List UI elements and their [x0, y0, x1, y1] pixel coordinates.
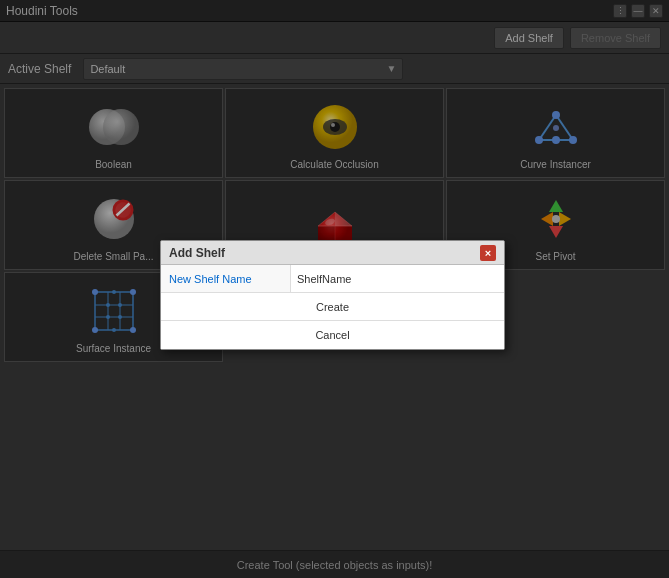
- svg-point-12: [552, 136, 560, 144]
- title-bar-left: Houdini Tools: [6, 4, 78, 18]
- title-bar-controls: ⋮ — ✕: [613, 4, 663, 18]
- svg-marker-28: [549, 200, 563, 212]
- boolean-icon: [84, 97, 144, 157]
- add-shelf-modal: Add Shelf × New Shelf Name Create Cancel: [160, 240, 505, 350]
- modal-title-bar: Add Shelf ×: [161, 241, 504, 265]
- active-shelf-label: Active Shelf: [8, 62, 71, 76]
- svg-point-39: [130, 289, 136, 295]
- new-shelf-name-label: New Shelf Name: [161, 265, 291, 292]
- svg-point-9: [535, 136, 543, 144]
- delete-small-parts-label: Delete Small Pa...: [73, 251, 153, 263]
- close-button[interactable]: ✕: [649, 4, 663, 18]
- svg-point-11: [569, 136, 577, 144]
- svg-point-1: [103, 109, 139, 145]
- svg-point-32: [552, 215, 560, 223]
- status-bar: Create Tool (selected objects as inputs)…: [0, 550, 669, 578]
- remove-shelf-button[interactable]: Remove Shelf: [570, 27, 661, 49]
- delete-small-icon: [84, 189, 144, 249]
- shelf-dropdown-value: Default: [90, 63, 125, 75]
- modal-body: New Shelf Name Create Cancel: [161, 265, 504, 349]
- dots-button[interactable]: ⋮: [613, 4, 627, 18]
- curve-instancer-icon: [526, 97, 586, 157]
- svg-point-42: [106, 303, 110, 307]
- modal-button-row: Create Cancel: [161, 293, 504, 349]
- svg-point-47: [112, 328, 116, 332]
- shelf-dropdown[interactable]: Default ▼: [83, 58, 403, 80]
- minimize-button[interactable]: —: [631, 4, 645, 18]
- svg-point-4: [330, 122, 340, 132]
- boolean-label: Boolean: [95, 159, 132, 171]
- svg-point-10: [552, 111, 560, 119]
- occlusion-icon: [305, 97, 365, 157]
- modal-title: Add Shelf: [169, 246, 225, 260]
- create-button[interactable]: Create: [161, 293, 504, 321]
- svg-marker-31: [541, 212, 553, 226]
- svg-point-41: [130, 327, 136, 333]
- chevron-down-icon: ▼: [386, 63, 396, 74]
- new-shelf-name-input[interactable]: [291, 265, 504, 292]
- modal-close-button[interactable]: ×: [480, 245, 496, 261]
- status-text: Create Tool (selected objects as inputs)…: [237, 559, 432, 571]
- curve-instancer-label: Curve Instancer: [520, 159, 591, 171]
- occlusion-label: Calculate Occlusion: [290, 159, 378, 171]
- modal-form-row: New Shelf Name: [161, 265, 504, 293]
- svg-point-46: [112, 290, 116, 294]
- svg-point-13: [553, 125, 559, 131]
- tool-boolean[interactable]: Boolean: [4, 88, 223, 178]
- svg-marker-30: [549, 226, 563, 238]
- svg-point-40: [92, 327, 98, 333]
- add-shelf-button[interactable]: Add Shelf: [494, 27, 564, 49]
- svg-point-5: [331, 123, 335, 127]
- svg-point-45: [118, 315, 122, 319]
- shelf-row: Active Shelf Default ▼: [0, 54, 669, 84]
- title-bar: Houdini Tools ⋮ — ✕: [0, 0, 669, 22]
- set-pivot-icon: [526, 189, 586, 249]
- svg-marker-29: [559, 212, 571, 226]
- tool-calculate-occlusion[interactable]: Calculate Occlusion: [225, 88, 444, 178]
- cancel-button[interactable]: Cancel: [161, 321, 504, 349]
- toolbar: Add Shelf Remove Shelf: [0, 22, 669, 54]
- set-pivot-label: Set Pivot: [535, 251, 575, 263]
- surface-instance-icon: [84, 281, 144, 341]
- svg-point-43: [118, 303, 122, 307]
- tool-curve-instancer[interactable]: Curve Instancer: [446, 88, 665, 178]
- svg-point-38: [92, 289, 98, 295]
- surface-instance-label: Surface Instance: [76, 343, 151, 355]
- app-title: Houdini Tools: [6, 4, 78, 18]
- svg-rect-33: [95, 292, 133, 330]
- svg-point-44: [106, 315, 110, 319]
